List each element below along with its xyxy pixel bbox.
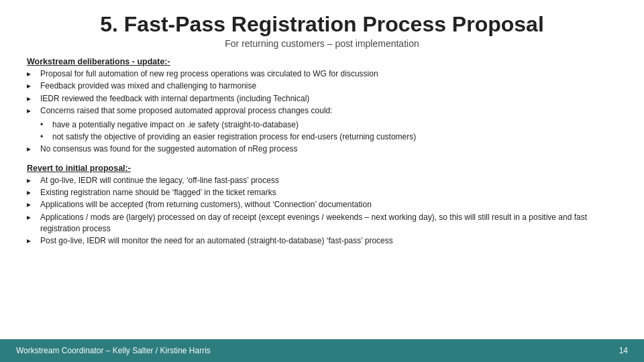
- section1-sub-bullets: • have a potentially negative impact on …: [40, 119, 617, 143]
- section1-last-bullet: ▸ No consensus was found for the suggest…: [27, 143, 617, 155]
- bullet-arrow: ▸: [27, 187, 36, 198]
- bullet-text: Existing registration name should be ‘fl…: [40, 187, 617, 198]
- list-item: ▸ IEDR reviewed the feedback with intern…: [27, 93, 617, 105]
- footer: Workstream Coordinator – Kelly Salter / …: [0, 339, 644, 362]
- bullet-text: At go-live, IEDR will continue the legac…: [40, 175, 617, 186]
- list-item: • have a potentially negative impact on …: [40, 119, 617, 131]
- bullet-arrow: ▸: [27, 199, 36, 210]
- page: 5. Fast-Pass Registration Process Propos…: [0, 0, 644, 362]
- sub-bullet-dot: •: [40, 119, 48, 131]
- bullet-arrow: ▸: [27, 235, 36, 247]
- section1-label: Workstream deliberations - update:-: [27, 57, 617, 66]
- bullet-arrow: ▸: [27, 80, 36, 92]
- list-item: ▸ Feedback provided was mixed and challe…: [27, 80, 617, 92]
- list-item: • not satisfy the objective of providing…: [40, 131, 617, 143]
- list-item: ▸ Existing registration name should be ‘…: [27, 187, 617, 198]
- bullet-arrow: ▸: [27, 93, 36, 105]
- page-title: 5. Fast-Pass Registration Process Propos…: [27, 12, 617, 37]
- bullet-text: Feedback provided was mixed and challeng…: [40, 80, 617, 92]
- bullet-text: IEDR reviewed the feedback with internal…: [40, 93, 617, 105]
- list-item: ▸ Proposal for full automation of new re…: [27, 68, 617, 80]
- page-subtitle: For returning customers – post implement…: [27, 38, 617, 49]
- list-item: ▸ Post go-live, IEDR will monitor the ne…: [27, 235, 617, 247]
- sub-bullet-text: have a potentially negative impact on .i…: [52, 119, 299, 131]
- bullet-arrow: ▸: [27, 105, 36, 117]
- sub-bullet-dot: •: [40, 131, 48, 143]
- bullet-text: Proposal for full automation of new reg …: [40, 68, 617, 80]
- spacer: [27, 158, 617, 164]
- main-content: 5. Fast-Pass Registration Process Propos…: [0, 0, 644, 339]
- sub-bullet-text: not satisfy the objective of providing a…: [52, 131, 416, 143]
- footer-coordinator: Workstream Coordinator – Kelly Salter / …: [16, 346, 211, 355]
- bullet-arrow: ▸: [27, 143, 36, 155]
- list-item: ▸ Concerns raised that some proposed aut…: [27, 105, 617, 117]
- list-item: ▸ Applications / mods are (largely) proc…: [27, 212, 617, 235]
- bullet-arrow: ▸: [27, 212, 36, 223]
- bullet-arrow: ▸: [27, 68, 36, 80]
- section2-label: Revert to initial proposal:-: [27, 164, 617, 173]
- bullet-arrow: ▸: [27, 175, 36, 186]
- bullet-text: Applications / mods are (largely) proces…: [40, 212, 617, 235]
- section2-bullets: ▸ At go-live, IEDR will continue the leg…: [27, 175, 617, 247]
- bullet-text: No consensus was found for the suggested…: [40, 143, 617, 155]
- bullet-text: Post go-live, IEDR will monitor the need…: [40, 235, 617, 247]
- bullet-text: Concerns raised that some proposed autom…: [40, 105, 617, 117]
- list-item: ▸ Applications will be accepted (from re…: [27, 199, 617, 210]
- list-item: ▸ No consensus was found for the suggest…: [27, 143, 617, 155]
- bullet-text: Applications will be accepted (from retu…: [40, 199, 617, 210]
- section1-bullets: ▸ Proposal for full automation of new re…: [27, 68, 617, 117]
- list-item: ▸ At go-live, IEDR will continue the leg…: [27, 175, 617, 186]
- footer-page: 14: [619, 346, 628, 355]
